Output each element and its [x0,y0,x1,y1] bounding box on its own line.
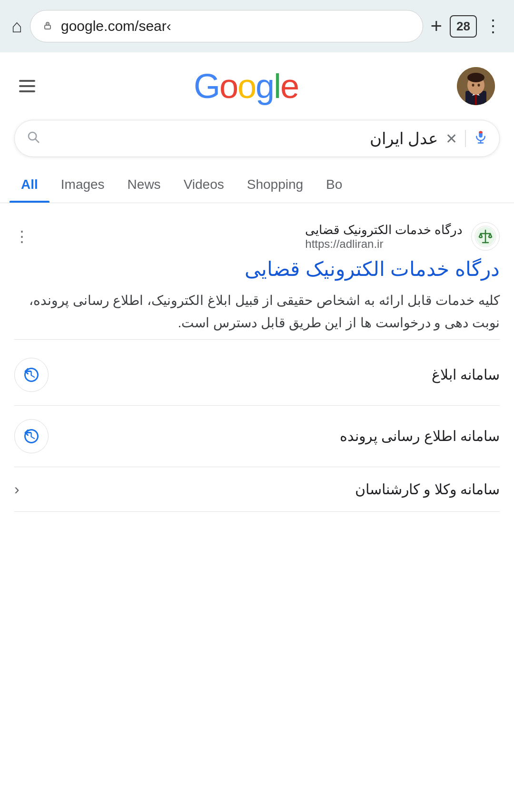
search-icon [26,129,40,148]
svg-point-10 [477,84,480,87]
sublink-chevron-icon: › [14,480,20,498]
result-menu-dots[interactable]: ⋮ [14,227,30,245]
tab-videos[interactable]: Videos [172,166,236,203]
svg-point-1 [47,23,48,24]
svg-rect-16 [479,131,483,133]
tab-news[interactable]: News [116,166,172,203]
sublink-row-3: › سامانه وکلا و کارشناسان [14,467,500,512]
lock-icon [44,19,55,34]
tab-all[interactable]: All [10,166,49,203]
url-bar[interactable]: google.com/sear‹ [30,10,423,42]
logo-o2: o [237,67,256,105]
result-divider [14,339,500,340]
search-tabs: All Images News Videos Shopping Bo [0,166,514,203]
google-header: Google [0,52,514,115]
sublink-row-1: سامانه ابلاغ [14,344,500,406]
search-clear-button[interactable]: ✕ [445,130,457,147]
sublink-text-1: سامانه ابلاغ [432,366,500,383]
logo-g2: g [256,67,274,105]
result-card-1: ⋮ درگاه خدمات الکترونیک قضایی https://ad… [14,213,500,521]
search-bar[interactable]: عدل ایران ✕ [14,120,500,157]
sublink-history-button-1[interactable] [14,358,49,392]
result-snippet: کلیه خدمات قابل ارائه به اشخاص حقیقی از … [14,289,500,334]
logo-l: l [274,67,280,105]
tab-images[interactable]: Images [49,166,116,203]
search-results: ⋮ درگاه خدمات الکترونیک قضایی https://ad… [0,203,514,531]
sublink-text-3: سامانه وکلا و کارشناسان [355,481,500,498]
logo-o1: o [219,67,237,105]
google-logo: Google [194,67,298,106]
sublink-row-2: سامانه اطلاع رسانی پرونده [14,406,500,467]
logo-g1: G [194,67,219,105]
site-name: درگاه خدمات الکترونیک قضایی [305,223,463,237]
svg-point-9 [472,84,474,87]
svg-rect-2 [45,25,50,29]
logo-e: e [280,67,298,105]
sublink-text-2: سامانه اطلاع رسانی پرونده [340,428,500,444]
result-site-left: درگاه خدمات الکترونیک قضایی https://adli… [305,222,500,251]
browser-menu-button[interactable]: ⋮ [484,16,503,36]
result-site-info: ⋮ درگاه خدمات الکترونیک قضایی https://ad… [14,222,500,251]
sublink-history-button-2[interactable] [14,419,49,453]
hamburger-menu-button[interactable] [19,80,35,92]
tab-bo[interactable]: Bo [315,166,354,203]
search-divider [465,130,466,147]
search-bar-container: عدل ایران ✕ [0,115,514,157]
svg-line-12 [35,139,39,142]
search-query-text: عدل ایران [48,129,438,148]
voice-search-icon[interactable] [474,129,488,148]
add-tab-button[interactable]: + [431,15,443,38]
tabs-count-button[interactable]: 28 [450,15,477,38]
site-favicon [471,222,500,251]
tab-shopping[interactable]: Shopping [236,166,315,203]
url-text: google.com/sear‹ [61,18,409,34]
site-url: https://adliran.ir [305,237,383,251]
google-page: Google [0,52,514,531]
user-avatar[interactable] [457,67,495,105]
site-name-url: درگاه خدمات الکترونیک قضایی https://adli… [305,223,463,251]
browser-chrome: ⌂ google.com/sear‹ + 28 ⋮ [0,0,514,52]
home-icon[interactable]: ⌂ [11,16,22,37]
result-title[interactable]: درگاه خدمات الکترونیک قضایی [14,256,500,283]
svg-point-8 [467,73,484,82]
